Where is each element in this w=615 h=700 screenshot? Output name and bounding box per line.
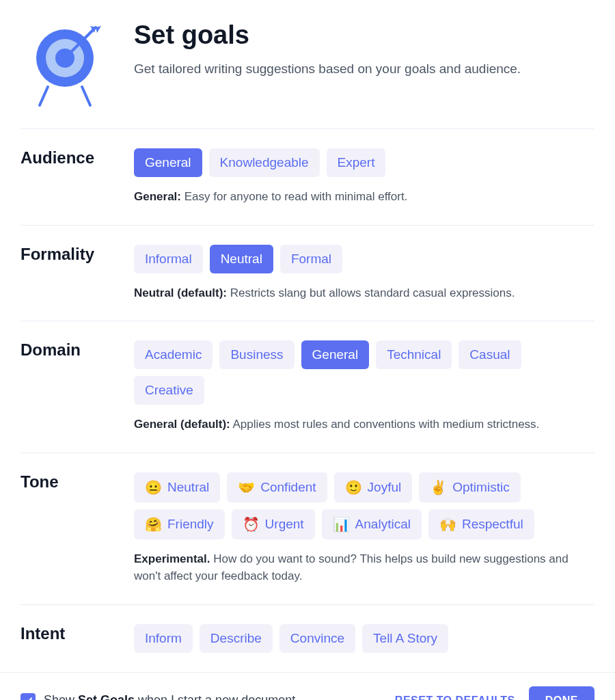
optimistic-emoji-icon: ✌️ [430, 479, 447, 496]
domain-option-academic[interactable]: Academic [134, 340, 213, 369]
domain-help: General (default): Applies most rules an… [134, 416, 594, 433]
urgent-emoji-icon: ⏰ [243, 516, 260, 533]
domain-option-business[interactable]: Business [219, 340, 294, 369]
joyful-emoji-icon: 🙂 [345, 479, 362, 496]
formality-option-informal[interactable]: Informal [134, 245, 203, 273]
section-domain: Domain Academic Business General Technic… [20, 321, 594, 453]
intent-option-describe[interactable]: Describe [200, 624, 273, 653]
done-button[interactable]: DONE [529, 686, 594, 701]
reset-to-defaults-button[interactable]: RESET TO DEFAULTS [390, 688, 521, 701]
audience-option-knowledgeable[interactable]: Knowledgeable [209, 148, 320, 177]
section-label-intent: Intent [20, 624, 109, 643]
audience-option-general[interactable]: General [134, 148, 202, 177]
show-on-new-doc-label: Show Set Goals when I start a new docume… [44, 693, 295, 700]
tone-option-joyful[interactable]: 🙂Joyful [334, 472, 413, 502]
section-intent: Intent Inform Describe Convince Tell A S… [20, 605, 594, 672]
page-title: Set goals [134, 21, 594, 50]
formality-option-neutral[interactable]: Neutral [210, 245, 273, 273]
domain-option-creative[interactable]: Creative [134, 376, 204, 405]
domain-option-technical[interactable]: Technical [376, 340, 452, 369]
section-label-tone: Tone [20, 472, 109, 492]
audience-option-expert[interactable]: Expert [327, 148, 386, 177]
domain-option-general[interactable]: General [301, 340, 370, 369]
domain-options: Academic Business General Technical Casu… [134, 340, 594, 405]
audience-options: General Knowledgeable Expert [134, 148, 594, 177]
confident-emoji-icon: 🤝 [238, 479, 255, 496]
section-label-domain: Domain [20, 340, 109, 360]
neutral-emoji-icon: 😐 [145, 479, 162, 496]
tone-option-analytical[interactable]: 📊Analytical [322, 509, 422, 539]
tone-option-neutral[interactable]: 😐Neutral [134, 472, 220, 502]
formality-option-formal[interactable]: Formal [280, 245, 342, 273]
svg-line-3 [40, 87, 48, 105]
section-label-formality: Formality [20, 245, 109, 264]
intent-option-inform[interactable]: Inform [134, 624, 193, 653]
domain-option-casual[interactable]: Casual [459, 340, 521, 369]
page-subtitle: Get tailored writing suggestions based o… [134, 59, 594, 79]
section-tone: Tone 😐Neutral 🤝Confident 🙂Joyful ✌️Optim… [20, 453, 594, 605]
tone-option-urgent[interactable]: ⏰Urgent [232, 509, 315, 539]
footer-bar: Show Set Goals when I start a new docume… [0, 672, 615, 701]
target-icon [27, 21, 102, 109]
section-formality: Formality Informal Neutral Formal Neutra… [20, 226, 594, 322]
intent-option-convince[interactable]: Convince [279, 624, 355, 653]
analytical-emoji-icon: 📊 [333, 516, 350, 533]
section-audience: Audience General Knowledgeable Expert Ge… [20, 129, 594, 226]
section-label-audience: Audience [20, 148, 109, 167]
formality-help: Neutral (default): Restricts slang but a… [134, 284, 594, 302]
svg-line-4 [82, 87, 90, 105]
tone-option-optimistic[interactable]: ✌️Optimistic [419, 472, 520, 502]
audience-help: General: Easy for anyone to read with mi… [134, 188, 594, 206]
tone-option-confident[interactable]: 🤝Confident [227, 472, 327, 502]
show-on-new-doc-checkbox[interactable] [20, 693, 36, 701]
respectful-emoji-icon: 🙌 [439, 516, 456, 533]
tone-option-friendly[interactable]: 🤗Friendly [134, 509, 225, 539]
formality-options: Informal Neutral Formal [134, 245, 594, 273]
intent-options: Inform Describe Convince Tell A Story [134, 624, 594, 653]
tone-option-respectful[interactable]: 🙌Respectful [428, 509, 534, 539]
tone-help: Experimental. How do you want to sound? … [134, 550, 594, 585]
friendly-emoji-icon: 🤗 [145, 516, 162, 533]
check-icon [23, 696, 33, 701]
tone-options: 😐Neutral 🤝Confident 🙂Joyful ✌️Optimistic… [134, 472, 594, 539]
intent-option-tell-a-story[interactable]: Tell A Story [362, 624, 448, 653]
